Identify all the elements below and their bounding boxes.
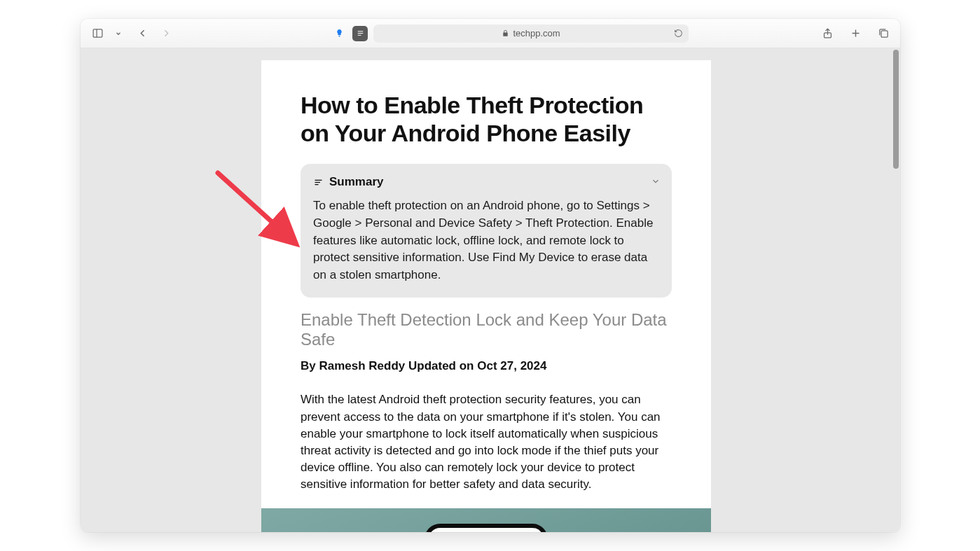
browser-window: techpp.com How to Enable Theft Protectio… <box>81 19 900 532</box>
nav-back-button[interactable] <box>132 24 152 43</box>
article-byline: By Ramesh Reddy Updated on Oct 27, 2024 <box>301 359 672 373</box>
browser-toolbar: techpp.com <box>81 19 900 48</box>
address-bar[interactable]: techpp.com <box>373 25 689 43</box>
summary-text: To enable theft protection on an Android… <box>313 197 659 284</box>
summary-box: Summary To enable theft protection on an… <box>301 164 672 298</box>
tabs-overview-button[interactable] <box>874 24 893 43</box>
reload-button[interactable] <box>674 29 683 38</box>
phone-screen: Theft protection <box>429 528 544 532</box>
reader-mode-button[interactable] <box>352 26 368 41</box>
scrollbar-thumb[interactable] <box>893 50 899 169</box>
hero-image: Theft protection <box>261 508 711 532</box>
summary-label: Summary <box>329 175 383 189</box>
svg-rect-0 <box>93 29 102 37</box>
article-subtitle: Enable Theft Detection Lock and Keep You… <box>301 310 672 349</box>
address-bar-domain: techpp.com <box>513 28 560 39</box>
sidebar-menu-chevron-icon[interactable] <box>109 24 128 43</box>
phone-mockup: Theft protection <box>425 524 548 532</box>
toolbar-right-group <box>817 24 893 43</box>
reader-article: How to Enable Theft Protection on Your A… <box>261 60 711 532</box>
extension-bulb-icon[interactable] <box>331 26 347 41</box>
summary-collapse-button[interactable] <box>651 176 661 189</box>
svg-rect-8 <box>881 31 887 37</box>
article-title: How to Enable Theft Protection on Your A… <box>301 91 672 147</box>
lock-icon <box>502 29 509 37</box>
scrollbar-track[interactable] <box>893 50 899 532</box>
phone-app-bar: Theft protection <box>429 528 544 532</box>
browser-viewport: How to Enable Theft Protection on Your A… <box>81 48 900 532</box>
nav-forward-button[interactable] <box>156 24 176 43</box>
summary-header: Summary <box>313 175 659 189</box>
article-paragraph: With the latest Android theft protection… <box>301 391 672 493</box>
sidebar-toggle-group <box>88 24 128 43</box>
summary-icon <box>313 177 324 188</box>
new-tab-button[interactable] <box>846 24 865 43</box>
sidebar-toggle-button[interactable] <box>88 24 107 43</box>
share-button[interactable] <box>817 24 837 43</box>
